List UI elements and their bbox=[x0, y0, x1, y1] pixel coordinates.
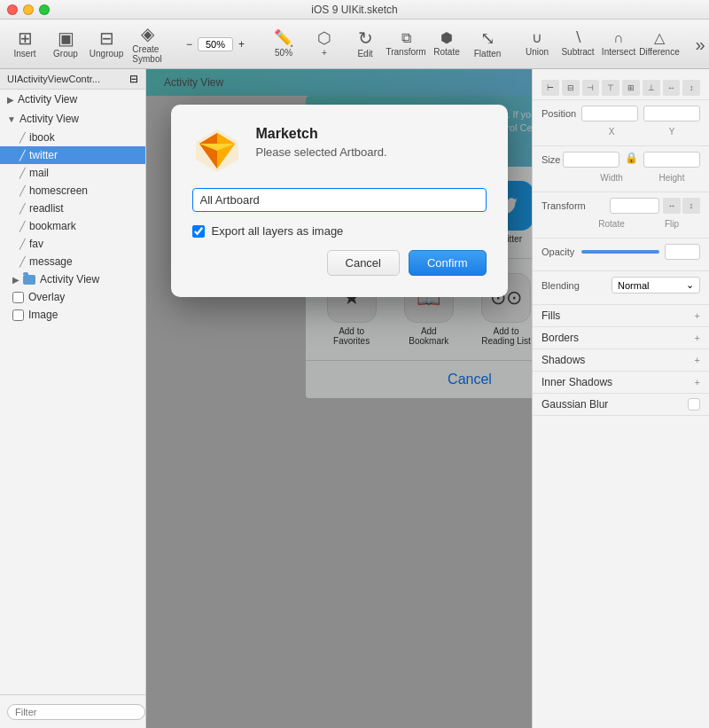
group-button[interactable]: ▣ Group bbox=[46, 26, 85, 62]
rotate-button[interactable]: ↻ Edit bbox=[346, 26, 385, 62]
overlay-checkbox[interactable] bbox=[12, 292, 24, 303]
sidebar-item-twitter[interactable]: ╱ twitter bbox=[0, 146, 145, 164]
zoom-plus-button[interactable]: + bbox=[235, 36, 248, 52]
item-label: mail bbox=[29, 167, 49, 179]
height-label: Height bbox=[643, 173, 700, 183]
union-label: Union bbox=[526, 47, 549, 57]
canvas-area[interactable]: Activity View AirDrop. Share with people… bbox=[146, 69, 532, 728]
y-input[interactable] bbox=[643, 106, 700, 121]
align-center-h-button[interactable]: ⊟ bbox=[562, 80, 580, 96]
lock-icon[interactable]: 🔒 bbox=[625, 152, 638, 168]
union-button[interactable]: ∪ Union bbox=[518, 27, 557, 60]
edit-button[interactable]: ✏️ 50% bbox=[264, 27, 303, 61]
align-bottom-button[interactable]: ⊥ bbox=[643, 80, 660, 96]
transform-row: Transform ↔ ↕ bbox=[541, 198, 700, 214]
opacity-slider[interactable] bbox=[581, 250, 659, 254]
gaussian-blur-checkbox[interactable] bbox=[688, 398, 700, 411]
item-label: readlist bbox=[29, 202, 64, 215]
position-row: Position bbox=[541, 106, 700, 121]
flip-h-button[interactable]: ↔ bbox=[663, 198, 681, 214]
transform-icon: ⬡ bbox=[317, 30, 331, 46]
height-input[interactable] bbox=[643, 152, 700, 168]
close-button[interactable] bbox=[7, 4, 18, 15]
shadows-add-button[interactable]: + bbox=[695, 355, 700, 365]
dialog-text: Marketch Please selected Artboard. bbox=[256, 126, 387, 159]
sketch-logo-icon bbox=[192, 126, 242, 176]
borders-label: Borders bbox=[541, 332, 579, 344]
group-icon: ▣ bbox=[58, 29, 74, 47]
zoom-input[interactable] bbox=[198, 37, 233, 51]
transform-label: + bbox=[322, 48, 327, 58]
sidebar-group-activity-view-expanded[interactable]: ▼ Activity View bbox=[0, 109, 145, 129]
inner-shadows-add-button[interactable]: + bbox=[695, 377, 700, 387]
image-label: Image bbox=[28, 309, 58, 321]
sidebar-folder-activity-view[interactable]: ▶ Activity View bbox=[0, 270, 145, 288]
flatten-label: Transform bbox=[386, 47, 425, 57]
x-label: X bbox=[583, 127, 640, 137]
width-input[interactable] bbox=[563, 152, 619, 168]
rotate-input[interactable] bbox=[610, 198, 659, 214]
distribute-v-button[interactable]: ↕ bbox=[682, 80, 700, 96]
fills-label: Fills bbox=[541, 309, 560, 322]
align-right-button[interactable]: ⊣ bbox=[582, 80, 600, 96]
flatten-button[interactable]: ⧉ Transform bbox=[386, 27, 425, 60]
flip-v-button[interactable]: ↕ bbox=[682, 198, 700, 214]
intersect-button[interactable]: ∩ Intersect bbox=[599, 27, 638, 60]
group-label: Group bbox=[53, 49, 78, 59]
distribute-h-button[interactable]: ↔ bbox=[663, 80, 681, 96]
opacity-input[interactable] bbox=[665, 244, 700, 260]
align-center-v-button[interactable]: ⊞ bbox=[622, 80, 640, 96]
position-label: Position bbox=[541, 108, 576, 119]
cancel-button[interactable]: Cancel bbox=[327, 250, 400, 276]
sidebar-collapse-icon[interactable]: ⊟ bbox=[129, 73, 138, 85]
mask-button[interactable]: ⬢ Rotate bbox=[427, 27, 466, 60]
arrow-down-icon: ▼ bbox=[7, 114, 16, 124]
blending-dropdown[interactable]: Normal ⌄ bbox=[612, 277, 700, 294]
align-top-button[interactable]: ⊤ bbox=[602, 80, 619, 96]
zoom-minus-button[interactable]: − bbox=[183, 36, 196, 52]
confirm-button[interactable]: Confirm bbox=[409, 250, 487, 276]
borders-add-button[interactable]: + bbox=[695, 333, 700, 343]
sidebar-group-activity-view-collapsed[interactable]: ▶ Activity View bbox=[0, 90, 145, 109]
sidebar-item-ibook[interactable]: ╱ ibook bbox=[0, 129, 145, 146]
sidebar-item-homescreen[interactable]: ╱ homescreen bbox=[0, 182, 145, 200]
sidebar-item-fav[interactable]: ╱ fav bbox=[0, 235, 145, 253]
transform-label: Transform bbox=[541, 200, 586, 211]
opacity-control bbox=[581, 244, 700, 260]
right-panel: ⊢ ⊟ ⊣ ⊤ ⊞ ⊥ ↔ ↕ Position X Y bbox=[532, 69, 709, 728]
layer-icon: ╱ bbox=[19, 132, 26, 144]
sidebar-item-bookmark[interactable]: ╱ bookmark bbox=[0, 217, 145, 235]
dialog-header: Marketch Please selected Artboard. bbox=[192, 126, 487, 176]
subtract-button[interactable]: ∖ Subtract bbox=[558, 27, 597, 60]
mask-label: Rotate bbox=[433, 47, 459, 57]
align-left-button[interactable]: ⊢ bbox=[541, 80, 559, 96]
filter-input[interactable] bbox=[7, 704, 145, 720]
subtract-icon: ∖ bbox=[573, 31, 582, 45]
dialog-box: Marketch Please selected Artboard. All A… bbox=[171, 105, 508, 297]
maximize-button[interactable] bbox=[39, 4, 50, 15]
flip-label: Flip bbox=[643, 219, 700, 229]
layer-icon: ╱ bbox=[19, 256, 26, 268]
sidebar-item-image[interactable]: Image bbox=[0, 306, 145, 324]
more-button[interactable]: » bbox=[681, 32, 709, 57]
difference-button[interactable]: △ Difference bbox=[640, 27, 679, 60]
artboard-select[interactable]: All Artboard bbox=[192, 188, 487, 212]
sidebar-item-mail[interactable]: ╱ mail bbox=[0, 164, 145, 182]
sidebar-item-readlist[interactable]: ╱ readlist bbox=[0, 200, 145, 217]
sidebar-item-overlay[interactable]: Overlay bbox=[0, 288, 145, 306]
insert-button[interactable]: ⊞ Insert bbox=[5, 26, 44, 62]
sidebar-item-message[interactable]: ╱ message bbox=[0, 253, 145, 270]
edit-icon: ✏️ bbox=[274, 30, 293, 46]
inner-shadows-row: Inner Shadows + bbox=[533, 372, 709, 394]
fills-add-button[interactable]: + bbox=[695, 310, 700, 321]
minimize-button[interactable] bbox=[23, 4, 34, 15]
shadows-label: Shadows bbox=[541, 354, 585, 366]
x-input[interactable] bbox=[581, 106, 638, 121]
create-symbol-button[interactable]: ◈ Create Symbol bbox=[128, 21, 167, 67]
export-layers-checkbox[interactable] bbox=[192, 225, 205, 238]
image-checkbox[interactable] bbox=[12, 309, 24, 321]
transform-button[interactable]: ⬡ + bbox=[305, 27, 344, 61]
scale-button[interactable]: ⤡ Flatten bbox=[468, 26, 507, 62]
group-label: Activity View bbox=[18, 93, 77, 106]
ungroup-button[interactable]: ⊟ Ungroup bbox=[87, 26, 126, 62]
